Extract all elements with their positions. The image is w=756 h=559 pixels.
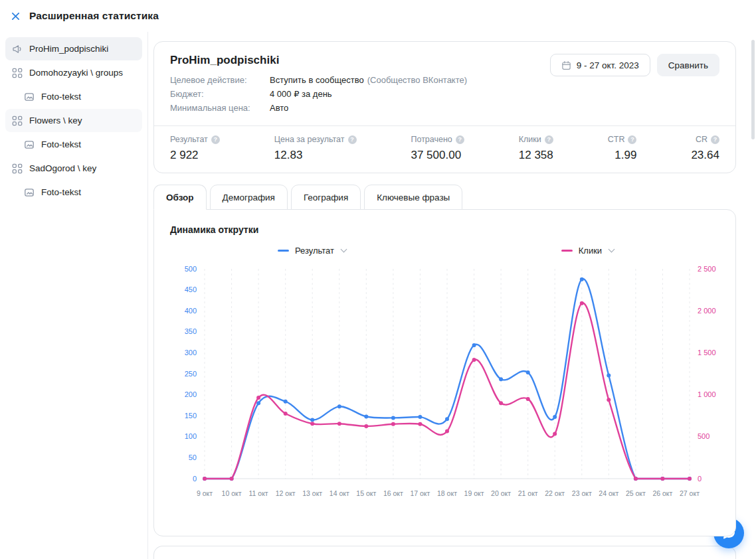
svg-text:300: 300 [185, 349, 197, 357]
field-budget: Бюджет: 4 000 ₽ за день [170, 87, 467, 101]
chart-title: Динамика открутки [170, 224, 719, 235]
stat-value: 37 500.00 [411, 149, 464, 162]
svg-text:450: 450 [185, 285, 197, 293]
scrollbar-thumb[interactable] [751, 40, 755, 139]
chevron-down-icon [341, 246, 347, 253]
field-min-price: Минимальная цена: Авто [170, 101, 467, 115]
svg-text:22 окт: 22 окт [545, 489, 565, 497]
svg-text:1 000: 1 000 [698, 390, 716, 398]
stat-value: 2 922 [170, 149, 220, 162]
svg-text:2 500: 2 500 [698, 265, 716, 273]
legend-label: Результат [295, 246, 334, 256]
field-value: Авто [270, 101, 288, 115]
svg-text:21 окт: 21 окт [518, 489, 538, 497]
svg-text:25 окт: 25 окт [626, 489, 646, 497]
legend-item-result[interactable]: Результат [278, 246, 346, 256]
date-range-button[interactable]: 9 - 27 окт. 2023 [550, 54, 650, 76]
svg-text:13 окт: 13 окт [302, 489, 322, 497]
topbar: Расширенная статистика [0, 0, 756, 32]
svg-text:18 окт: 18 окт [437, 489, 457, 497]
campaign-fields: Целевое действие: Вступить в сообщество … [170, 73, 467, 115]
help-icon[interactable]: ? [211, 135, 220, 144]
svg-text:0: 0 [193, 475, 197, 483]
svg-text:2 000: 2 000 [698, 307, 716, 315]
help-icon[interactable]: ? [711, 135, 719, 144]
chart-card: Динамика открутки Результат Клики 9 окт1… [153, 209, 736, 536]
sidebar-item-flowers-key[interactable]: Flowers \ key [5, 109, 142, 132]
line-swatch-blue [278, 250, 289, 252]
stat-value: 12 358 [519, 149, 553, 162]
svg-text:14 окт: 14 окт [330, 489, 349, 497]
svg-text:1 500: 1 500 [698, 349, 716, 357]
svg-text:400: 400 [185, 307, 197, 315]
grid-icon [12, 163, 23, 174]
svg-text:50: 50 [189, 453, 197, 461]
compare-button[interactable]: Сравнить [657, 54, 719, 76]
svg-text:250: 250 [185, 370, 197, 378]
svg-text:10 окт: 10 окт [222, 489, 242, 497]
tab-overview[interactable]: Обзор [153, 185, 207, 210]
stat-ctr: CTR? 1.99 [608, 135, 637, 162]
chevron-down-icon [609, 246, 615, 253]
stat-cr: CR? 23.64 [691, 135, 719, 162]
stat-label: Результат [170, 135, 208, 144]
close-icon[interactable] [11, 11, 21, 21]
sidebar-item-label: Foto-tekst [41, 139, 81, 149]
stat-label: Клики [519, 135, 541, 144]
stat-clicks: Клики? 12 358 [519, 135, 553, 162]
stat-value: 1.99 [614, 149, 636, 162]
line-swatch-pink [561, 250, 573, 252]
sidebar-item-campaign[interactable]: ProHim_podpischiki [5, 37, 142, 60]
sidebar-item-label: Foto-tekst [41, 92, 81, 102]
svg-text:500: 500 [698, 432, 709, 440]
image-icon [24, 187, 35, 198]
svg-text:200: 200 [185, 390, 197, 398]
help-icon[interactable]: ? [545, 135, 553, 144]
sidebar-item-domohozyayki-groups[interactable]: Domohozyayki \ groups [5, 61, 142, 84]
sidebar-item-foto-tekst-3[interactable]: Foto-tekst [5, 181, 142, 204]
sidebar-item-sadogorod-key[interactable]: SadOgorod \ key [5, 157, 142, 180]
image-icon [24, 92, 35, 102]
tab-key-phrases[interactable]: Ключевые фразы [364, 185, 462, 210]
svg-text:23 окт: 23 окт [572, 489, 592, 497]
campaign-title: ProHim_podpischiki [170, 54, 467, 67]
tabs-bar: Обзор Демография География Ключевые фраз… [153, 185, 736, 210]
chart-legend: Результат Клики [170, 246, 721, 256]
tab-demography[interactable]: Демография [210, 185, 288, 210]
field-target-action: Целевое действие: Вступить в сообщество … [170, 73, 467, 87]
image-icon [24, 139, 35, 150]
legend-item-clicks[interactable]: Клики [561, 246, 614, 256]
sidebar: ProHim_podpischiki Domohozyayki \ groups… [0, 32, 148, 559]
svg-text:11 окт: 11 окт [249, 489, 268, 497]
svg-text:12 окт: 12 окт [276, 489, 296, 497]
svg-text:0: 0 [698, 475, 702, 483]
legend-label: Клики [579, 246, 602, 256]
svg-text:26 окт: 26 окт [652, 489, 672, 497]
svg-text:15 окт: 15 окт [356, 489, 376, 497]
sidebar-item-foto-tekst-1[interactable]: Foto-tekst [5, 85, 142, 108]
help-icon[interactable]: ? [456, 135, 464, 144]
svg-text:150: 150 [185, 412, 197, 420]
calendar-icon [561, 60, 571, 70]
date-range-label: 9 - 27 окт. 2023 [577, 60, 639, 70]
stat-spent: Потрачено? 37 500.00 [411, 135, 464, 162]
campaign-summary-card: ProHim_podpischiki Целевое действие: Вст… [153, 41, 736, 173]
stat-label: Потрачено [411, 135, 452, 144]
field-value-secondary: (Сообщество ВКонтакте) [367, 73, 467, 87]
dynamics-line-chart[interactable]: 9 окт10 окт11 окт12 окт13 окт14 окт15 ок… [170, 258, 721, 532]
stats-row: Результат? 2 922 Цена за результат? 12.8… [154, 125, 735, 162]
svg-text:16 окт: 16 окт [383, 489, 403, 497]
svg-text:20 окт: 20 окт [491, 489, 511, 497]
help-icon[interactable]: ? [628, 135, 636, 144]
field-label: Бюджет: [170, 87, 270, 101]
sidebar-item-label: Flowers \ key [29, 116, 82, 125]
svg-text:500: 500 [185, 265, 197, 273]
field-label: Минимальная цена: [170, 101, 270, 115]
grid-icon [12, 116, 23, 126]
svg-text:24 окт: 24 окт [599, 489, 618, 497]
sidebar-item-label: SadOgorod \ key [29, 163, 96, 173]
sidebar-item-foto-tekst-2[interactable]: Foto-tekst [5, 133, 142, 156]
stat-label: CR [696, 135, 708, 144]
tab-geography[interactable]: География [291, 185, 361, 210]
help-icon[interactable]: ? [348, 135, 357, 144]
